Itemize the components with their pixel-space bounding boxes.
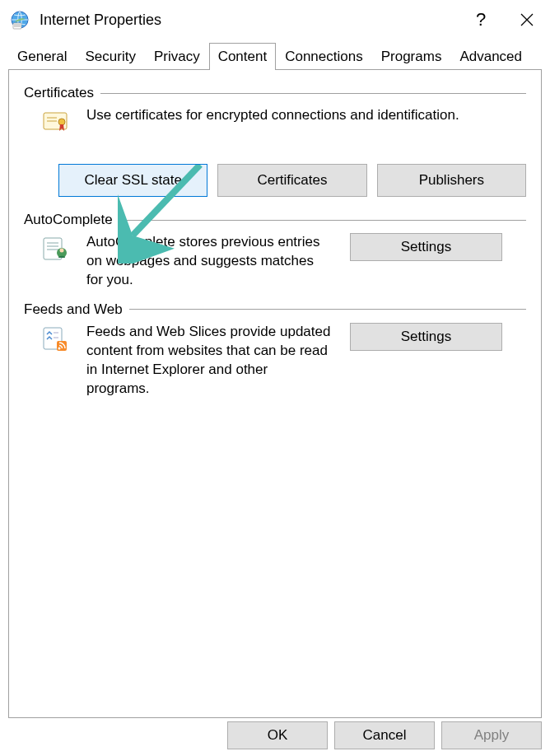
cancel-button[interactable]: Cancel — [334, 721, 435, 749]
tab-general[interactable]: General — [8, 43, 76, 70]
svg-point-19 — [58, 347, 61, 349]
feeds-settings-button[interactable]: Settings — [350, 323, 502, 351]
feeds-desc: Feeds and Web Slices provide updated con… — [86, 323, 333, 399]
autocomplete-icon — [42, 235, 68, 261]
autocomplete-desc: AutoComplete stores previous entries on … — [86, 233, 333, 290]
publishers-button[interactable]: Publishers — [377, 164, 526, 197]
clear-ssl-state-button[interactable]: Clear SSL state — [58, 164, 207, 197]
tab-content[interactable]: Content — [209, 43, 277, 70]
svg-rect-3 — [14, 26, 21, 27]
autocomplete-header: AutoComplete — [24, 212, 526, 228]
internet-globe-icon — [10, 10, 30, 30]
window-title: Internet Properties — [40, 12, 458, 29]
certificate-icon — [42, 108, 68, 134]
tab-connections[interactable]: Connections — [276, 43, 372, 70]
tabstrip: General Security Privacy Content Connect… — [8, 43, 542, 69]
tab-privacy[interactable]: Privacy — [145, 43, 209, 70]
autocomplete-settings-button[interactable]: Settings — [350, 233, 502, 261]
titlebar: Internet Properties ? — [0, 0, 550, 40]
footer-buttons: OK Cancel Apply — [227, 721, 542, 749]
feeds-icon — [42, 324, 68, 351]
help-button[interactable]: ? — [458, 0, 504, 40]
certificates-button[interactable]: Certificates — [217, 164, 366, 197]
content-pane: Certificates Use certificates for encryp… — [8, 69, 542, 718]
svg-point-8 — [58, 119, 65, 125]
feeds-header: Feeds and Web — [24, 301, 526, 318]
close-button[interactable] — [504, 0, 550, 40]
svg-rect-2 — [14, 25, 21, 26]
tab-programs[interactable]: Programs — [372, 43, 451, 70]
svg-point-14 — [60, 249, 64, 253]
certificates-desc: Use certificates for encrypted connectio… — [86, 106, 526, 134]
tab-advanced[interactable]: Advanced — [450, 43, 531, 70]
ok-button[interactable]: OK — [227, 721, 328, 749]
tab-security[interactable]: Security — [76, 43, 144, 70]
certificates-header: Certificates — [24, 85, 526, 101]
apply-button[interactable]: Apply — [441, 721, 542, 749]
